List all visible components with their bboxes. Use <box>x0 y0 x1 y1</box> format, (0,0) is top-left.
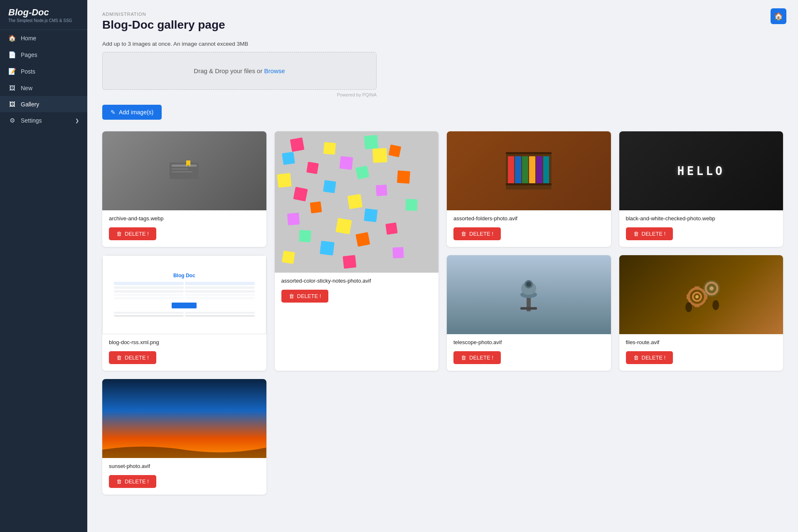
add-images-icon: ✎ <box>111 109 116 116</box>
delete-button[interactable]: 🗑 DELETE ! <box>626 227 673 240</box>
delete-label: DELETE ! <box>469 231 493 237</box>
svg-rect-3 <box>172 171 192 172</box>
gallery-card: HELLO black-and-white-checked-photo.webp… <box>619 131 783 247</box>
home-icon: 🏠 <box>8 34 16 42</box>
delete-button[interactable]: 🗑 DELETE ! <box>453 351 501 364</box>
delete-button[interactable]: 🗑 DELETE ! <box>109 227 156 240</box>
gallery-image-name: assorted-color-sticky-notes-photo.avif <box>281 278 432 284</box>
gallery-card: assorted-color-sticky-notes-photo.avif 🗑… <box>275 131 439 371</box>
gallery-image <box>447 255 611 334</box>
svg-point-31 <box>712 300 719 310</box>
delete-button[interactable]: 🗑 DELETE ! <box>109 351 156 364</box>
powered-by: Powered by PQINA <box>102 92 377 97</box>
delete-label: DELETE ! <box>125 478 149 485</box>
gallery-image-name: archive-and-tags.webp <box>109 215 260 222</box>
svg-rect-11 <box>543 156 549 185</box>
trash-icon: 🗑 <box>633 231 639 237</box>
trash-icon: 🗑 <box>461 231 466 237</box>
svg-rect-8 <box>522 156 528 185</box>
trash-icon: 🗑 <box>289 293 294 299</box>
sidebar-item-new[interactable]: 🖼 New <box>0 80 87 96</box>
svg-rect-12 <box>506 183 552 185</box>
home-button[interactable]: 🏠 <box>771 8 786 24</box>
svg-rect-15 <box>520 307 537 310</box>
new-icon: 🖼 <box>8 84 16 91</box>
home-icon: 🏠 <box>774 12 783 21</box>
trash-icon: 🗑 <box>116 231 122 237</box>
gallery-image-name: files-route.avif <box>626 339 777 345</box>
delete-label: DELETE ! <box>125 231 149 237</box>
sidebar-item-settings[interactable]: ⚙ Settings ❯ <box>0 112 87 129</box>
gallery-card: archive-and-tags.webp 🗑 DELETE ! <box>102 131 266 247</box>
sidebar-item-posts[interactable]: 📝 Posts <box>0 63 87 80</box>
logo-subtitle: The Simplest Node.js CMS & SSG <box>8 18 79 23</box>
gallery-icon: 🖼 <box>8 101 16 108</box>
gallery-image <box>619 255 783 334</box>
dropzone[interactable]: Drag & Drop your files or Browse <box>102 52 377 90</box>
add-images-button[interactable]: ✎ Add image(s) <box>102 105 162 120</box>
hello-text: HELLO <box>677 164 725 178</box>
main-content: ADMINISTRATION Blog-Doc gallery page Add… <box>87 0 798 532</box>
svg-point-30 <box>685 302 692 312</box>
svg-rect-6 <box>508 156 514 185</box>
settings-icon: ⚙ <box>8 117 16 124</box>
browse-link[interactable]: Browse <box>264 67 285 74</box>
sidebar-item-gallery[interactable]: 🖼 Gallery <box>0 96 87 112</box>
svg-rect-10 <box>536 156 542 185</box>
delete-label: DELETE ! <box>297 293 321 299</box>
gallery-image-name: blog-doc-rss.xml.png <box>109 339 260 345</box>
svg-rect-13 <box>506 152 552 154</box>
gallery-image: HELLO <box>619 131 783 210</box>
svg-rect-2 <box>172 168 188 170</box>
gallery-grid: archive-and-tags.webp 🗑 DELETE ! <box>102 131 783 495</box>
trash-icon: 🗑 <box>116 355 122 361</box>
svg-rect-7 <box>515 156 521 185</box>
gallery-image-name: black-and-white-checked-photo.webp <box>626 215 777 222</box>
dropzone-text: Drag & Drop your files or <box>194 67 262 74</box>
sidebar-item-pages[interactable]: 📄 Pages <box>0 47 87 63</box>
svg-rect-9 <box>529 156 535 185</box>
delete-label: DELETE ! <box>125 355 149 361</box>
svg-rect-25 <box>687 294 690 299</box>
gallery-image <box>447 131 611 210</box>
gallery-card: files-route.avif 🗑 DELETE ! <box>619 255 783 371</box>
gallery-image <box>275 131 439 273</box>
delete-label: DELETE ! <box>469 355 493 361</box>
sidebar-item-home[interactable]: 🏠 Home <box>0 30 87 47</box>
gallery-card: telescope-photo.avif 🗑 DELETE ! <box>447 255 611 371</box>
gallery-image <box>102 131 266 210</box>
upload-info: Add up to 3 images at once. An image can… <box>102 41 783 47</box>
sidebar-item-label: Home <box>21 35 79 42</box>
gallery-image-name: telescope-photo.avif <box>453 339 604 345</box>
delete-button[interactable]: 🗑 DELETE ! <box>626 351 673 364</box>
sidebar-item-label: New <box>21 85 79 91</box>
trash-icon: 🗑 <box>633 355 639 361</box>
gallery-card: assorted-folders-photo.avif 🗑 DELETE ! <box>447 131 611 247</box>
delete-button[interactable]: 🗑 DELETE ! <box>453 227 501 240</box>
page-title: Blog-Doc gallery page <box>102 18 783 32</box>
trash-icon: 🗑 <box>461 355 466 361</box>
gallery-card: Blog Doc <box>102 255 266 371</box>
delete-label: DELETE ! <box>642 355 666 361</box>
svg-point-22 <box>695 295 699 298</box>
svg-rect-24 <box>695 304 699 307</box>
sidebar-item-label: Gallery <box>21 101 79 108</box>
delete-button[interactable]: 🗑 DELETE ! <box>109 475 156 488</box>
posts-icon: 📝 <box>8 68 16 75</box>
sidebar-item-label: Posts <box>21 68 79 75</box>
sidebar-item-label: Pages <box>21 52 79 58</box>
delete-label: DELETE ! <box>642 231 666 237</box>
svg-rect-1 <box>172 165 197 167</box>
delete-button[interactable]: 🗑 DELETE ! <box>281 290 329 303</box>
logo-title: Blog-Doc <box>8 7 79 17</box>
sidebar: Blog-Doc The Simplest Node.js CMS & SSG … <box>0 0 87 532</box>
admin-label: ADMINISTRATION <box>102 12 783 17</box>
pages-icon: 📄 <box>8 51 16 59</box>
svg-point-29 <box>703 280 720 297</box>
chevron-right-icon: ❯ <box>75 118 79 123</box>
add-images-label: Add image(s) <box>119 109 153 116</box>
svg-rect-23 <box>695 286 699 290</box>
gallery-image-name: sunset-photo.avif <box>109 463 260 469</box>
svg-point-19 <box>526 282 531 287</box>
gallery-card: sunset-photo.avif 🗑 DELETE ! <box>102 379 266 495</box>
